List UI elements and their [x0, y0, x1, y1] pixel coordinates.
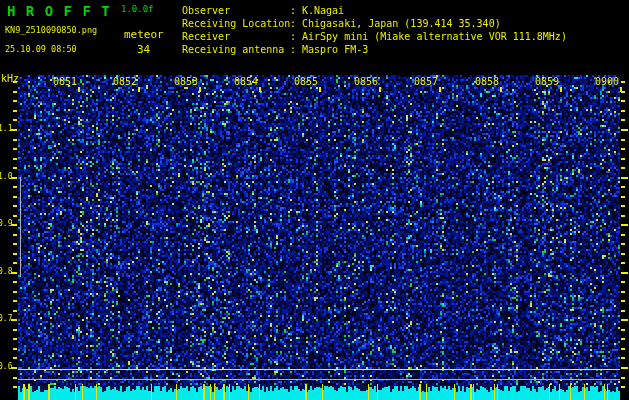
freq-minor-tick-right	[621, 253, 625, 255]
freq-major-tick-right	[621, 224, 628, 226]
freq-minor-tick-right	[621, 234, 625, 236]
freq-minor-tick-right	[621, 386, 625, 388]
info-label: Observer	[182, 4, 290, 17]
freq-minor-tick-left	[13, 357, 17, 359]
freq-minor-tick-right	[621, 81, 625, 83]
freq-tick-label: 0.9	[0, 220, 12, 228]
time-tick-label: 0855	[292, 77, 318, 87]
time-tick	[560, 87, 562, 92]
station-info-row: Observer:K.Nagai	[182, 4, 567, 17]
time-tick	[500, 87, 502, 92]
freq-minor-tick-left	[13, 119, 17, 121]
time-tick	[259, 87, 261, 92]
station-info-block: Observer:K.NagaiReceiving Location:Chiga…	[182, 4, 567, 56]
app-version: 1.0.0f	[121, 5, 154, 14]
freq-minor-tick-left	[13, 234, 17, 236]
freq-minor-tick-right	[621, 158, 625, 160]
freq-tick-label: 0.7	[0, 315, 12, 323]
time-tick-label: 0854	[232, 77, 258, 87]
info-colon: :	[290, 43, 302, 56]
freq-minor-tick-left	[13, 329, 17, 331]
time-tick-label: 0900	[593, 77, 619, 87]
freq-minor-tick-right	[621, 119, 625, 121]
freq-minor-tick-right	[621, 300, 625, 302]
freq-tick-label: 0.6	[0, 363, 12, 371]
freq-minor-tick-right	[621, 243, 625, 245]
freq-minor-tick-right	[621, 348, 625, 350]
freq-minor-tick-left	[13, 167, 17, 169]
freq-minor-tick-left	[13, 148, 17, 150]
app-title: H R O F F T	[7, 4, 111, 18]
freq-minor-tick-right	[621, 338, 625, 340]
freq-minor-tick-left	[13, 91, 17, 93]
freq-minor-tick-right	[621, 377, 625, 379]
info-colon: :	[290, 4, 302, 17]
freq-minor-tick-left	[13, 205, 17, 207]
station-info-row: Receiving antenna:Maspro FM-3	[182, 43, 567, 56]
freq-minor-tick-left	[13, 253, 17, 255]
freq-minor-tick-right	[621, 329, 625, 331]
time-tick-label: 0852	[111, 77, 137, 87]
hrofft-window: H R O F F T 1.0.0f KN9_2510090850.png 25…	[0, 0, 629, 400]
freq-major-tick-right	[621, 177, 628, 179]
time-tick	[78, 87, 80, 92]
freq-minor-tick-right	[621, 215, 625, 217]
freq-minor-tick-right	[621, 186, 625, 188]
time-tick	[379, 87, 381, 92]
freq-minor-tick-right	[621, 281, 625, 283]
time-tick-label: 0853	[172, 77, 198, 87]
capture-datetime: 25.10.09 08:50	[5, 45, 77, 54]
freq-minor-tick-right	[621, 262, 625, 264]
time-tick-label: 0857	[412, 77, 438, 87]
freq-minor-tick-right	[621, 148, 625, 150]
freq-minor-tick-left	[13, 291, 17, 293]
info-label: Receiver	[182, 30, 290, 43]
freq-minor-tick-left	[13, 158, 17, 160]
info-value: K.Nagai	[302, 5, 344, 16]
freq-minor-tick-left	[13, 386, 17, 388]
freq-minor-tick-left	[13, 215, 17, 217]
freq-major-tick-right	[621, 129, 628, 131]
freq-minor-tick-left	[13, 243, 17, 245]
freq-minor-tick-left	[13, 310, 17, 312]
time-tick	[138, 87, 140, 92]
freq-minor-tick-left	[13, 262, 17, 264]
info-colon: :	[290, 30, 302, 43]
freq-minor-tick-left	[13, 81, 17, 83]
freq-minor-tick-left	[13, 300, 17, 302]
info-value: Maspro FM-3	[302, 44, 368, 55]
freq-minor-tick-right	[621, 196, 625, 198]
freq-minor-tick-left	[13, 186, 17, 188]
freq-minor-tick-right	[621, 139, 625, 141]
time-tick-label: 0859	[533, 77, 559, 87]
freq-minor-tick-right	[621, 291, 625, 293]
station-info-row: Receiver:AirSpy mini (Miake alternative …	[182, 30, 567, 43]
freq-minor-tick-left	[13, 338, 17, 340]
freq-minor-tick-right	[621, 205, 625, 207]
info-label: Receiving antenna	[182, 43, 290, 56]
time-tick	[620, 87, 622, 92]
freq-major-tick-right	[621, 367, 628, 369]
freq-major-tick-right	[621, 319, 628, 321]
freq-minor-tick-left	[13, 196, 17, 198]
time-tick	[319, 87, 321, 92]
meteor-count-value: 34	[137, 44, 150, 55]
freq-minor-tick-right	[621, 110, 625, 112]
info-value: AirSpy mini (Miake alternative VOR 111.8…	[302, 31, 567, 42]
freq-minor-tick-right	[621, 167, 625, 169]
freq-tick-label: 1.0	[0, 173, 12, 181]
freq-minor-tick-right	[621, 310, 625, 312]
info-label: Receiving Location	[182, 17, 290, 30]
freq-major-tick-right	[621, 272, 628, 274]
freq-tick-label: 0.8	[0, 268, 12, 276]
freq-minor-tick-left	[13, 110, 17, 112]
freq-minor-tick-left	[13, 348, 17, 350]
freq-minor-tick-left	[13, 377, 17, 379]
time-tick-label: 0858	[473, 77, 499, 87]
station-info-row: Receiving Location:Chigasaki, Japan (139…	[182, 17, 567, 30]
freq-minor-tick-right	[621, 100, 625, 102]
time-tick	[439, 87, 441, 92]
info-colon: :	[290, 17, 302, 30]
time-tick	[199, 87, 201, 92]
freq-minor-tick-left	[13, 281, 17, 283]
